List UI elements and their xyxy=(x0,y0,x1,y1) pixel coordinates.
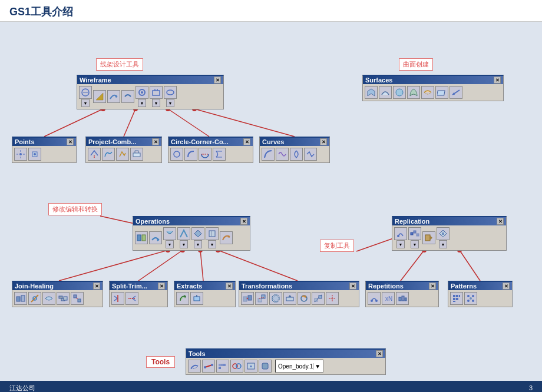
wf-icon-6[interactable] xyxy=(150,86,163,99)
trans-icon-2[interactable] xyxy=(255,292,268,305)
rep-icon-4[interactable] xyxy=(437,227,450,240)
circle-body xyxy=(168,146,253,162)
rep-dropdown-2[interactable]: ▼ xyxy=(411,240,419,248)
trans-icon-5[interactable] xyxy=(298,292,310,305)
join-icon-3[interactable] xyxy=(42,292,55,305)
op-icon-3[interactable] xyxy=(163,227,176,240)
rept-icon-1[interactable] xyxy=(368,292,381,305)
curves-close[interactable]: ✕ xyxy=(320,138,327,145)
trans-icon-3[interactable] xyxy=(269,292,282,305)
surf-icon-7[interactable] xyxy=(450,86,462,99)
circ-icon-2[interactable] xyxy=(184,148,197,161)
circ-icon-3[interactable] xyxy=(199,148,211,161)
wf-icon-1[interactable] xyxy=(79,86,92,99)
proj-icon-4[interactable] xyxy=(130,148,143,161)
tools-close[interactable]: ✕ xyxy=(376,350,383,357)
wf-icon-group-2: ▼ xyxy=(136,86,148,107)
proj-icon-3[interactable] xyxy=(116,148,129,161)
pat-icon-1[interactable] xyxy=(450,292,463,305)
op-dropdown-3[interactable]: ▼ xyxy=(194,240,202,248)
operations-close[interactable]: ✕ xyxy=(240,218,247,225)
project-close[interactable]: ✕ xyxy=(152,138,159,145)
wireframe-close[interactable]: ✕ xyxy=(214,77,221,84)
circle-close[interactable]: ✕ xyxy=(243,138,250,145)
op-icon-group-2: ▼ xyxy=(177,227,190,248)
wf-dropdown-3[interactable]: ▼ xyxy=(152,99,160,107)
trans-icon-6[interactable] xyxy=(312,292,325,305)
join-icon-2[interactable] xyxy=(28,292,41,305)
trans-icon-4[interactable] xyxy=(283,292,296,305)
tool-icon-1[interactable] xyxy=(188,360,201,373)
patterns-row xyxy=(450,292,510,305)
surf-icon-3[interactable] xyxy=(393,86,406,99)
rep-icon-2[interactable] xyxy=(408,227,421,240)
op-icon-1[interactable] xyxy=(135,231,148,244)
curve-icon-2[interactable] xyxy=(276,148,289,161)
pt-icon-2[interactable] xyxy=(28,148,41,161)
surf-icon-1[interactable] xyxy=(365,86,378,99)
rep-icon-3[interactable] xyxy=(422,231,435,244)
wf-icon-3[interactable] xyxy=(107,90,120,103)
trans-icon-7[interactable] xyxy=(326,292,339,305)
curve-icon-1[interactable] xyxy=(262,148,275,161)
wf-dropdown-2[interactable]: ▼ xyxy=(138,99,146,107)
rept-icon-2[interactable]: xN xyxy=(382,292,395,305)
ext-icon-1[interactable] xyxy=(176,292,189,305)
circ-icon-1[interactable] xyxy=(170,148,183,161)
split-close[interactable]: ✕ xyxy=(158,283,165,290)
curve-icon-4[interactable] xyxy=(304,148,317,161)
open-body-input[interactable]: Open_body.1 ▼ xyxy=(275,360,323,373)
rep-icon-1[interactable] xyxy=(394,227,407,240)
surf-icon-6[interactable] xyxy=(435,86,448,99)
join-icon-5[interactable] xyxy=(71,292,84,305)
curve-icon-3[interactable] xyxy=(290,148,303,161)
trans-icon-1[interactable] xyxy=(241,292,254,305)
surf-icon-4[interactable] xyxy=(407,86,420,99)
op-icon-7[interactable] xyxy=(220,231,233,244)
join-close[interactable]: ✕ xyxy=(93,283,100,290)
pt-icon-1[interactable] xyxy=(14,148,27,161)
split-icon-1[interactable] xyxy=(111,292,124,305)
ext-icon-2[interactable] xyxy=(190,292,203,305)
svg-rect-101 xyxy=(453,298,455,300)
op-icon-4[interactable] xyxy=(177,227,190,240)
transformations-close[interactable]: ✕ xyxy=(349,283,356,290)
surf-icon-5[interactable] xyxy=(421,86,434,99)
surf-icon-2[interactable] xyxy=(379,86,392,99)
wf-dropdown-4[interactable]: ▼ xyxy=(166,99,174,107)
replication-close[interactable]: ✕ xyxy=(497,218,504,225)
proj-icon-2[interactable] xyxy=(102,148,115,161)
op-icon-5[interactable] xyxy=(191,227,204,240)
join-icon-4[interactable] xyxy=(57,292,70,305)
pat-icon-2[interactable] xyxy=(464,292,477,305)
tool-icon-6[interactable] xyxy=(259,360,272,373)
points-close[interactable]: ✕ xyxy=(67,138,74,145)
wf-icon-4[interactable] xyxy=(121,90,134,103)
rep-dropdown-3[interactable]: ▼ xyxy=(439,240,447,248)
tool-icon-4[interactable] xyxy=(230,360,243,373)
wf-icon-5[interactable] xyxy=(136,86,148,99)
op-dropdown-4[interactable]: ▼ xyxy=(208,240,216,248)
op-dropdown-2[interactable]: ▼ xyxy=(180,240,188,248)
tool-icon-2[interactable] xyxy=(202,360,215,373)
op-dropdown-1[interactable]: ▼ xyxy=(166,240,174,248)
op-icon-2[interactable] xyxy=(149,231,162,244)
patterns-close[interactable]: ✕ xyxy=(503,283,510,290)
tool-icon-3[interactable] xyxy=(216,360,229,373)
open-body-dropdown-arrow[interactable]: ▼ xyxy=(313,363,320,370)
split-icon-2[interactable] xyxy=(125,292,138,305)
op-icon-6[interactable] xyxy=(206,227,219,240)
rep-dropdown-1[interactable]: ▼ xyxy=(396,240,405,248)
proj-icon-1[interactable] xyxy=(88,148,101,161)
rept-icon-3[interactable] xyxy=(396,292,409,305)
wf-icon-7[interactable] xyxy=(164,86,177,99)
surfaces-close[interactable]: ✕ xyxy=(494,77,501,84)
repetitions-close[interactable]: ✕ xyxy=(429,283,436,290)
tool-icon-5[interactable] xyxy=(244,360,257,373)
wf-dropdown-1[interactable]: ▼ xyxy=(81,99,90,107)
wireframe-toolbar: Wireframe ✕ ▼ xyxy=(77,75,224,109)
join-icon-1[interactable] xyxy=(14,292,27,305)
wf-icon-2[interactable] xyxy=(93,90,106,103)
circ-icon-4[interactable] xyxy=(213,148,226,161)
extracts-close[interactable]: ✕ xyxy=(226,283,233,290)
